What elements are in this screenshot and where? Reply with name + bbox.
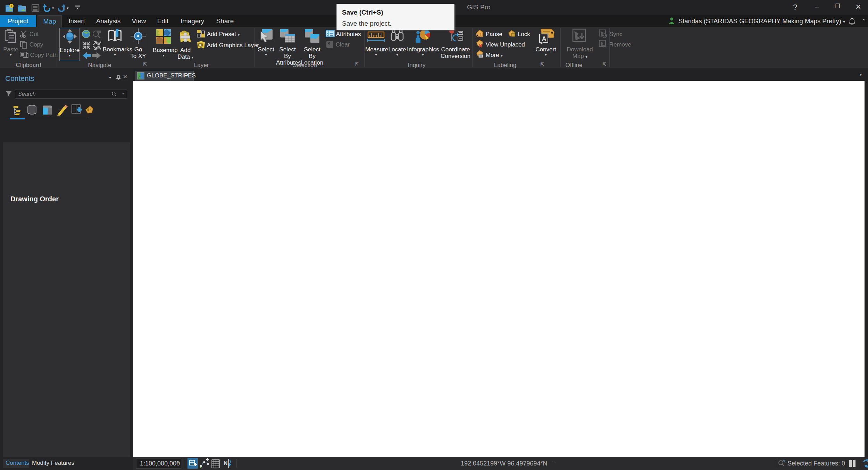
svg-text:▾: ▾ [67,6,69,10]
svg-text:N: N [224,460,228,466]
svg-text:▾: ▾ [52,6,54,10]
svg-text:A: A [542,35,546,42]
